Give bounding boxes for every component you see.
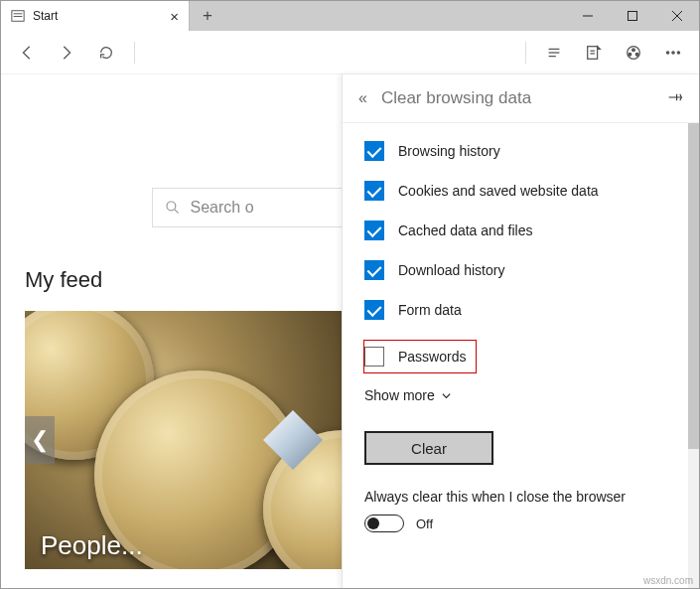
reading-view-icon[interactable] (536, 35, 572, 71)
notes-icon[interactable] (576, 35, 612, 71)
checkbox-label: Passwords (398, 349, 466, 365)
checkbox-label: Cached data and files (398, 222, 532, 238)
checkbox-label: Browsing history (398, 143, 500, 159)
chevron-down-icon (441, 390, 452, 401)
svg-point-18 (672, 51, 674, 53)
svg-rect-2 (14, 16, 23, 17)
svg-point-14 (632, 48, 635, 51)
always-clear-toggle[interactable] (364, 515, 404, 532)
checkbox[interactable] (364, 260, 384, 280)
scrollbar-thumb[interactable] (688, 123, 699, 449)
toolbar-separator (134, 42, 135, 64)
svg-rect-1 (14, 13, 23, 14)
tab-close-icon[interactable]: × (170, 8, 179, 25)
window-close-button[interactable] (654, 1, 699, 31)
checkbox-row-form-data[interactable]: Form data (364, 300, 677, 320)
svg-point-19 (677, 51, 679, 53)
new-tab-button[interactable]: + (190, 1, 225, 31)
checkbox-row-passwords[interactable]: Passwords (363, 340, 477, 373)
browser-tab[interactable]: Start × (1, 1, 190, 31)
panel-body: Browsing history Cookies and saved websi… (343, 123, 699, 588)
svg-point-17 (666, 51, 668, 53)
window-maximize-button[interactable] (610, 1, 654, 31)
checkbox[interactable] (364, 141, 384, 161)
checkbox-label: Form data (398, 302, 462, 318)
more-menu-button[interactable] (655, 35, 691, 71)
tab-favicon-icon (11, 9, 25, 23)
window-minimize-button[interactable] (565, 1, 610, 31)
svg-rect-4 (628, 12, 636, 21)
checkbox-row-browsing-history[interactable]: Browsing history (364, 141, 677, 161)
svg-rect-10 (588, 46, 598, 59)
svg-point-20 (167, 202, 176, 211)
svg-line-21 (174, 210, 178, 214)
clear-button[interactable]: Clear (364, 431, 493, 465)
toggle-state-label: Off (416, 516, 433, 531)
feed-caption: People... (41, 530, 143, 561)
nav-back-button[interactable] (9, 35, 45, 71)
checkbox[interactable] (364, 181, 384, 201)
search-placeholder: Search o (191, 199, 254, 217)
checkbox-label: Cookies and saved website data (398, 183, 599, 199)
panel-back-icon[interactable]: « (358, 89, 367, 107)
always-clear-toggle-row: Off (364, 515, 677, 532)
panel-header: « Clear browsing data (343, 74, 699, 123)
checkbox-row-download-history[interactable]: Download history (364, 260, 677, 280)
nav-refresh-button[interactable] (88, 35, 124, 71)
checkbox-row-cookies[interactable]: Cookies and saved website data (364, 181, 677, 201)
watermark: wsxdn.com (643, 575, 693, 586)
show-more-label: Show more (364, 387, 435, 403)
title-bar: Start × + (1, 1, 699, 31)
checkbox[interactable] (364, 347, 384, 367)
toolbar-separator (525, 42, 526, 64)
clear-button-label: Clear (411, 440, 447, 457)
checkbox-label: Download history (398, 262, 504, 278)
pin-icon[interactable] (667, 90, 683, 107)
nav-forward-button[interactable] (49, 35, 84, 71)
show-more-button[interactable]: Show more (364, 387, 677, 403)
svg-point-16 (635, 53, 638, 56)
checkbox-row-cached[interactable]: Cached data and files (364, 221, 677, 240)
feed-card[interactable]: ❮ People... (25, 311, 343, 569)
checkbox[interactable] (364, 300, 384, 320)
always-clear-label: Always clear this when I close the brows… (364, 489, 677, 505)
checkbox[interactable] (364, 221, 384, 240)
panel-title: Clear browsing data (381, 88, 653, 108)
feed-prev-button[interactable]: ❮ (25, 416, 55, 464)
browser-toolbar (1, 31, 699, 74)
share-icon[interactable] (616, 35, 651, 71)
clear-browsing-data-panel: « Clear browsing data Browsing history C… (342, 74, 699, 588)
tab-title: Start (33, 9, 162, 23)
svg-point-15 (629, 53, 631, 56)
search-icon (165, 200, 181, 216)
